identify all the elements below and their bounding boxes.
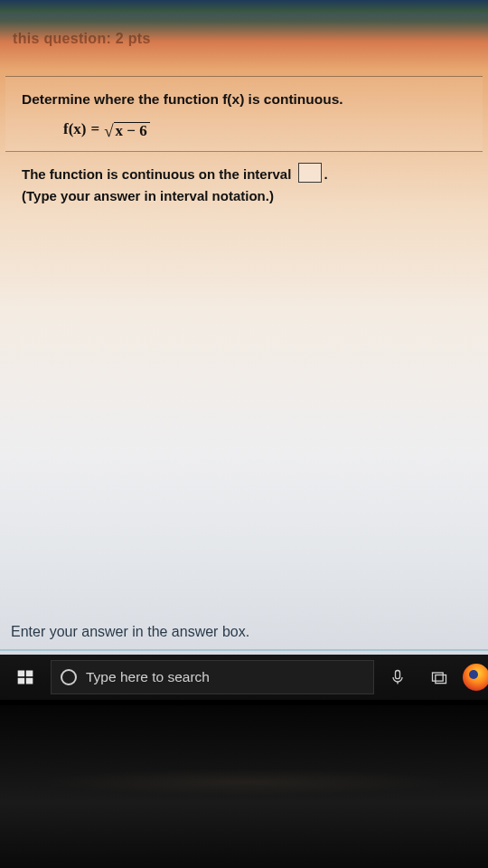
svg-rect-7 [436, 675, 446, 684]
cortana-circle-icon [61, 669, 77, 685]
question-prompt: Determine where the function f(x) is con… [22, 91, 466, 108]
svg-rect-2 [18, 678, 25, 684]
question-card: Determine where the function f(x) is con… [5, 76, 483, 152]
microphone-icon [389, 668, 407, 686]
question-equation: f(x) = √ x − 6 [22, 120, 466, 138]
content-spacer [0, 213, 488, 616]
svg-rect-0 [18, 671, 25, 677]
window-top-strip [0, 0, 488, 13]
answer-hint: (Type your answer in interval notation.) [22, 186, 466, 206]
bezel-glow [36, 769, 452, 796]
svg-rect-4 [396, 671, 400, 679]
equation-equals: = [88, 120, 102, 138]
answer-area: The function is continuous on the interv… [5, 152, 483, 213]
svg-rect-3 [26, 678, 33, 684]
header-faint-text: this question: 2 pts [13, 31, 151, 46]
taskbar-search[interactable]: Type here to search [51, 660, 374, 694]
equation-lhs: f(x) [63, 120, 86, 138]
taskbar-mic-button[interactable] [380, 659, 416, 695]
question-header: this question: 2 pts [0, 13, 488, 76]
svg-rect-1 [26, 671, 33, 677]
svg-rect-6 [433, 673, 444, 681]
interval-answer-input[interactable] [298, 163, 322, 183]
task-view-icon [430, 668, 448, 686]
answer-text-before: The function is continuous on the interv… [22, 166, 291, 182]
answer-text-after: . [324, 166, 328, 182]
equation-radicand: x − 6 [114, 122, 150, 138]
task-view-button[interactable] [421, 659, 457, 695]
enter-answer-hint: Enter your answer in the answer box. [0, 615, 488, 650]
start-button[interactable] [5, 659, 45, 695]
windows-icon [16, 668, 34, 686]
radical-symbol: √ [104, 123, 113, 139]
square-root-icon: √ x − 6 [104, 122, 150, 138]
taskbar: Type here to search [0, 655, 488, 700]
search-placeholder: Type here to search [86, 669, 210, 685]
firefox-icon[interactable] [463, 664, 488, 691]
